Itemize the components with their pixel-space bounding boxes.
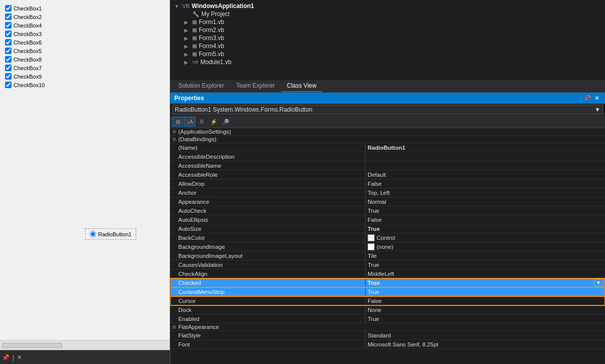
checkbox-item-cb2[interactable]: CheckBox2 [5, 14, 165, 20]
checkbox-item-cb4[interactable]: CheckBox4 [5, 22, 165, 29]
checkbox-item-cb9[interactable]: CheckBox9 [5, 73, 165, 80]
prop-anchor-row[interactable]: Anchor Top, Left [170, 188, 605, 197]
prop-font-row[interactable]: Font Microsoft Sans Serif, 8.25pt [170, 340, 605, 349]
events-btn[interactable]: ⚡ [208, 117, 219, 127]
checkbox-item-cb5[interactable]: CheckBox5 [5, 48, 165, 54]
close-toolbar-icon[interactable]: ✕ [17, 354, 22, 361]
prop-autosize-row[interactable]: AutoSize True [170, 224, 605, 233]
checkbox-input-cb7[interactable] [5, 65, 12, 71]
checkbox-item-cb10[interactable]: CheckBox10 [5, 82, 165, 88]
prop-dock-row[interactable]: Dock None [170, 305, 605, 314]
checkbox-input-cb6[interactable] [5, 39, 12, 46]
prop-enabled-row[interactable]: Enabled True [170, 314, 605, 323]
checkbox-input-cb1[interactable] [5, 5, 12, 12]
group-appsettings[interactable]: ⊞ (ApplicationSettings) [170, 128, 605, 136]
prop-autocheck-row[interactable]: AutoCheck True [170, 206, 605, 215]
checkbox-input-cb10[interactable] [5, 82, 12, 88]
checkbox-item-cb7[interactable]: CheckBox7 [5, 65, 165, 71]
main-layout: CheckBox1CheckBox2CheckBox4CheckBox3Chec… [0, 0, 605, 364]
prop-autoellipsis-row[interactable]: AutoEllipsis False [170, 215, 605, 224]
bgimage-swatch [368, 243, 375, 250]
form5-icon: ⊞ [192, 51, 197, 58]
checkbox-label-cb5: CheckBox5 [14, 48, 42, 54]
prop-autosize-value: True [366, 224, 605, 233]
tree-root[interactable]: ▼ VB WindowsApplication1 [174, 2, 601, 10]
tab-team-explorer[interactable]: Team Explorer [230, 80, 280, 92]
horizontal-scrollbar[interactable] [2, 343, 62, 348]
prop-cursor-row[interactable]: Cursor False [170, 296, 605, 305]
checkbox-input-cb3[interactable] [5, 31, 12, 37]
checkbox-item-cb3[interactable]: CheckBox3 [5, 31, 165, 37]
checkbox-label-cb6: CheckBox6 [14, 40, 42, 46]
prop-autoellipsis-value: False [366, 215, 605, 224]
pin-icon[interactable]: 📌 [2, 354, 10, 361]
tree-myproject[interactable]: 🔧 My Project [174, 10, 601, 18]
sort-alpha-btn[interactable]: ↓A [184, 117, 195, 127]
checkbox-label-cb9: CheckBox9 [14, 74, 42, 80]
tree-form4[interactable]: ▶ ⊞ Form4.vb [174, 42, 601, 50]
tree-form3[interactable]: ▶ ⊞ Form3.vb [174, 34, 601, 42]
form3-label: Form3.vb [199, 35, 224, 42]
form2-arrow: ▶ [184, 28, 192, 33]
tab-solution-explorer[interactable]: Solution Explorer [172, 80, 230, 92]
prop-accessible-desc-row[interactable]: AccessibleDescription [170, 152, 605, 161]
property-pages-btn[interactable]: ⎘ [196, 117, 207, 127]
object-selector-arrow[interactable]: ▼ [594, 106, 600, 113]
group-databindings[interactable]: ⊞ (DataBindings) [170, 136, 605, 143]
prop-accessible-role-row[interactable]: AccessibleRole Default [170, 170, 605, 179]
form4-icon: ⊞ [192, 43, 197, 50]
properties-title: Properties [174, 95, 204, 102]
radio-button-input[interactable] [90, 231, 96, 237]
prop-allowdrop-row[interactable]: AllowDrop False [170, 179, 605, 188]
search-btn[interactable]: 🔎 [220, 117, 231, 127]
prop-flatstyle-row[interactable]: FlatStyle Standard [170, 331, 605, 340]
object-selector[interactable]: RadioButton1 System.Windows.Forms.RadioB… [172, 105, 603, 115]
prop-accessible-name-row[interactable]: AccessibleName [170, 161, 605, 170]
group-flatappearance[interactable]: ⊞ FlatAppearance [170, 323, 605, 331]
prop-appearance-row[interactable]: Appearance Normal [170, 197, 605, 206]
prop-name-row[interactable]: (Name) RadioButton1 [170, 143, 605, 152]
prop-autosize-label: AutoSize [170, 224, 366, 233]
prop-checked-value: True ▼ [366, 278, 605, 287]
prop-enabled-label: Enabled [170, 314, 366, 323]
prop-bgimagelayout-row[interactable]: BackgroundImageLayout Tile [170, 251, 605, 260]
checkbox-input-cb4[interactable] [5, 22, 12, 29]
checkbox-item-cb8[interactable]: CheckBox8 [5, 56, 165, 63]
prop-anchor-label: Anchor [170, 188, 366, 197]
prop-backcolor-row[interactable]: BackColor Control [170, 233, 605, 242]
properties-grid[interactable]: ⊞ (ApplicationSettings) ⊞ (DataBindings)… [170, 128, 605, 364]
prop-checkalign-value: MiddleLeft [366, 269, 605, 278]
prop-checked-label: Checked [170, 278, 366, 287]
prop-contextmenustrip-row[interactable]: ContextMenuStrip True [170, 287, 605, 296]
backcolor-swatch [368, 234, 375, 241]
tree-form2[interactable]: ▶ ⊞ Form2.vb [174, 26, 601, 34]
prop-checked-row[interactable]: Checked True ▼ [170, 278, 605, 287]
tab-class-view[interactable]: Class View [281, 80, 323, 92]
tree-module1[interactable]: ▶ VB Module1.vb [174, 58, 601, 66]
tree-form1[interactable]: ▶ ⊞ Form1.vb [174, 18, 601, 26]
prop-bgimage-row[interactable]: BackgroundImage (none) [170, 242, 605, 251]
form-canvas[interactable]: CheckBox1CheckBox2CheckBox4CheckBox3Chec… [0, 0, 170, 340]
prop-anchor-value: Top, Left [366, 188, 605, 197]
form3-arrow: ▶ [184, 36, 192, 41]
prop-causesvalidation-row[interactable]: CausesValidation True [170, 260, 605, 269]
root-arrow: ▼ [174, 4, 182, 9]
checkbox-input-cb9[interactable] [5, 73, 12, 80]
checkbox-item-cb1[interactable]: CheckBox1 [5, 5, 165, 12]
radio-button-area[interactable]: RadioButton1 [85, 228, 136, 240]
prop-checkalign-row[interactable]: CheckAlign MiddleLeft [170, 269, 605, 278]
module1-icon: VB [192, 60, 198, 65]
form5-arrow: ▶ [184, 52, 192, 57]
prop-accessible-desc-value [366, 152, 605, 161]
checkbox-input-cb2[interactable] [5, 14, 12, 20]
checked-dropdown-arrow[interactable]: ▼ [594, 279, 603, 286]
pin-properties-icon[interactable]: 📌 [583, 95, 591, 102]
checkbox-input-cb8[interactable] [5, 56, 12, 63]
checkbox-item-cb6[interactable]: CheckBox6 [5, 39, 165, 46]
form1-label: Form1.vb [199, 19, 224, 26]
checkbox-input-cb5[interactable] [5, 48, 12, 54]
prop-enabled-value: True [366, 314, 605, 323]
tree-form5[interactable]: ▶ ⊞ Form5.vb [174, 50, 601, 58]
close-properties-icon[interactable]: ✕ [593, 95, 601, 102]
sort-category-btn[interactable]: ⊞ [172, 117, 183, 127]
